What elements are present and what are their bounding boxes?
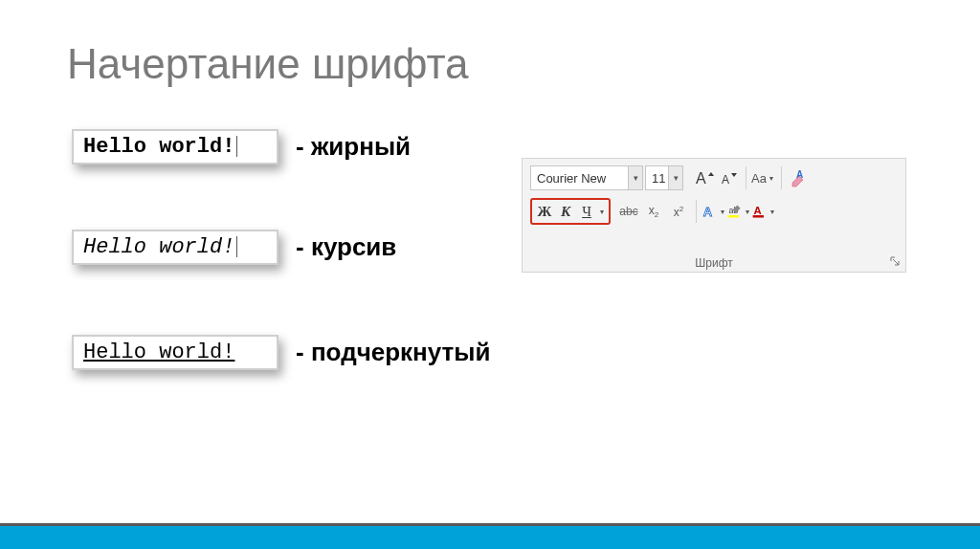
sample-underline-value: Hello world!: [83, 340, 234, 364]
subscript-button[interactable]: x2: [641, 200, 666, 223]
font-size-value: 11: [646, 171, 668, 186]
style-buttons-highlight: Ж К Ч ▾: [530, 198, 611, 225]
subscript-icon: x2: [649, 204, 658, 219]
strike-label: abc: [619, 205, 637, 218]
grow-font-button[interactable]: A: [691, 166, 716, 189]
text-effect-icon: A: [702, 202, 719, 221]
label-italic: - курсив: [296, 232, 396, 262]
slide: Начертание шрифта Hello world! - жирный …: [0, 0, 980, 549]
change-case-button[interactable]: Aa ▾: [751, 166, 776, 189]
ribbon-group-label: Шрифт: [523, 256, 905, 270]
example-underline: Hello world! - подчеркнутый: [72, 335, 490, 370]
font-size-combo[interactable]: 11 ▾: [645, 165, 683, 190]
chevron-down-icon[interactable]: ▾: [719, 201, 726, 222]
strikethrough-button[interactable]: abc: [616, 200, 641, 223]
separator: [781, 166, 782, 189]
ribbon-row-bottom: Ж К Ч ▾ abc x2 x2 A ▾: [523, 194, 905, 229]
sample-underline-text: Hello world!: [72, 335, 278, 370]
highlight-color-button[interactable]: ab ▾: [726, 200, 751, 223]
chevron-down-icon[interactable]: ▾: [744, 201, 751, 222]
font-color-icon: A: [751, 202, 768, 221]
svg-text:A: A: [696, 170, 706, 187]
label-bold: - жирный: [296, 132, 411, 162]
chevron-down-icon[interactable]: ▾: [628, 166, 642, 189]
svg-text:A: A: [796, 169, 803, 180]
sample-bold-text: Hello world!: [72, 129, 278, 165]
svg-text:A: A: [753, 205, 761, 216]
italic-button[interactable]: К: [555, 201, 576, 222]
ribbon-row-top: Courier New ▾ 11 ▾ A A A: [523, 159, 905, 194]
chevron-down-icon[interactable]: ▾: [768, 201, 776, 222]
sample-italic-value: Hello world!: [83, 235, 234, 259]
svg-text:A: A: [703, 205, 713, 219]
bold-button[interactable]: Ж: [534, 201, 555, 222]
superscript-icon: x2: [674, 205, 683, 219]
font-color-button[interactable]: A ▾: [751, 200, 776, 223]
svg-rect-7: [753, 215, 764, 217]
example-italic: Hello world! - курсив: [72, 230, 396, 265]
shrink-font-button[interactable]: A: [716, 166, 741, 189]
sample-bold-value: Hello world!: [83, 135, 234, 159]
chevron-down-icon[interactable]: ▾: [767, 167, 776, 188]
ribbon-font-panel: Courier New ▾ 11 ▾ A A A: [522, 158, 906, 273]
change-case-label: Aa: [751, 171, 767, 186]
eraser-icon: A: [790, 168, 809, 187]
chevron-down-icon[interactable]: ▾: [597, 201, 607, 222]
dialog-launcher-icon[interactable]: [888, 254, 902, 268]
accent-bar: [0, 523, 980, 549]
superscript-button[interactable]: x2: [666, 200, 691, 223]
font-name-combo[interactable]: Courier New ▾: [530, 165, 643, 190]
example-bold: Hello world! - жирный: [72, 129, 411, 165]
font-name-value: Courier New: [531, 171, 628, 186]
text-cursor: [236, 236, 237, 257]
clear-formatting-button[interactable]: A: [787, 166, 812, 189]
highlight-icon: ab: [726, 202, 744, 221]
label-underline: - подчеркнутый: [296, 338, 490, 367]
separator: [696, 200, 697, 223]
chevron-down-icon[interactable]: ▾: [668, 166, 682, 189]
svg-text:A: A: [722, 173, 729, 187]
page-title: Начертание шрифта: [67, 40, 469, 88]
svg-rect-5: [728, 215, 739, 217]
text-effects-button[interactable]: A ▾: [702, 200, 726, 223]
separator: [746, 166, 746, 189]
text-cursor: [236, 136, 237, 157]
sample-italic-text: Hello world!: [72, 230, 278, 265]
underline-button[interactable]: Ч: [576, 201, 597, 222]
